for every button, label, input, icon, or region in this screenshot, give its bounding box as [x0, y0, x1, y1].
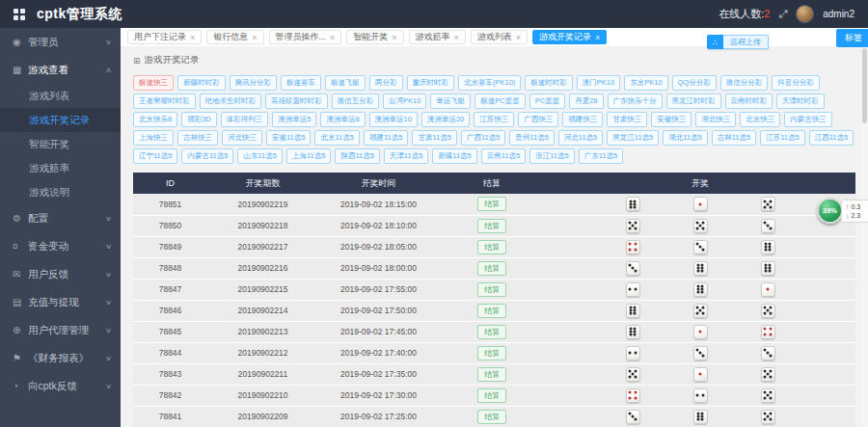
tab[interactable]: 智能开奖×	[346, 30, 403, 44]
game-filter-button[interactable]: 澳洲幸运10	[369, 112, 418, 127]
sidebar-subitem[interactable]: 智能开奖	[0, 132, 121, 156]
sidebar-item[interactable]: ▤充值与提现∨	[0, 288, 121, 316]
tab-close-icon[interactable]: ×	[252, 33, 257, 42]
game-filter-button[interactable]: 澳门PK10	[577, 75, 620, 91]
apps-grid-icon[interactable]	[14, 9, 25, 20]
tab-close-icon[interactable]: ×	[392, 33, 396, 42]
game-filter-button[interactable]: 北京11选5	[314, 130, 359, 146]
game-filter-button[interactable]: 台湾PK10	[383, 93, 426, 109]
sidebar-item[interactable]: ⚙配置∨	[0, 204, 121, 232]
game-filter-button[interactable]: 福建11选5	[364, 130, 408, 146]
sidebar-subitem[interactable]: 游戏列表	[0, 84, 121, 108]
game-filter-button[interactable]: 河北11选5	[558, 130, 603, 146]
settle-button[interactable]: 结算	[477, 240, 506, 254]
sidebar-subitem[interactable]: 游戏说明	[0, 180, 121, 204]
game-filter-button[interactable]: 澳洲幸运8	[320, 112, 365, 127]
game-filter-button[interactable]: 极速PC蛋蛋	[475, 93, 525, 109]
tab[interactable]: 用户下注记录×	[127, 30, 202, 44]
game-filter-button[interactable]: 极速时时彩	[525, 75, 573, 91]
game-filter-button[interactable]: 新疆时时彩	[177, 75, 226, 91]
game-filter-button[interactable]: 河北快三	[222, 130, 262, 146]
game-filter-button[interactable]: 内蒙古快三	[784, 112, 832, 127]
tab-close-icon[interactable]: ×	[595, 33, 600, 42]
tag-actions-button[interactable]: 标签	[836, 29, 868, 47]
game-filter-button[interactable]: 微信五分彩	[332, 93, 380, 109]
monitor-widget[interactable]: 39% ↑0.3 ↓2.3	[817, 198, 868, 224]
game-filter-button[interactable]: 重庆时时彩	[407, 75, 455, 91]
monitor-percent-ball[interactable]: 39%	[817, 198, 843, 224]
tab[interactable]: 管理员操作...×	[269, 30, 342, 44]
game-filter-button[interactable]: 腾讯分分彩	[230, 75, 278, 91]
tab[interactable]: 游戏开奖记录×	[532, 30, 607, 44]
game-filter-button[interactable]: 广西11选5	[461, 130, 505, 146]
game-filter-button[interactable]: 英雄联盟时时彩	[265, 93, 328, 109]
game-filter-button[interactable]: 极速赛车	[281, 75, 321, 91]
game-filter-button[interactable]: 北京快三	[740, 112, 780, 127]
sidebar-item[interactable]: ⊕用户代理管理∨	[0, 316, 121, 344]
game-filter-button[interactable]: 丹麦28	[569, 93, 603, 109]
game-filter-button[interactable]: 广东11选5	[579, 148, 623, 164]
game-filter-button[interactable]: 极速快三	[133, 75, 174, 91]
game-filter-button[interactable]: 安徽11选5	[266, 130, 311, 146]
settle-button[interactable]: 结算	[477, 304, 506, 318]
game-filter-button[interactable]: 幸运飞艇	[430, 93, 471, 109]
avatar[interactable]	[796, 5, 814, 23]
game-filter-button[interactable]: 安徽快三	[651, 112, 692, 127]
game-filter-button[interactable]: 山东11选5	[237, 148, 282, 164]
settle-button[interactable]: 结算	[477, 325, 506, 339]
game-filter-button[interactable]: 抖音分分彩	[772, 75, 820, 91]
game-filter-button[interactable]: 天津时时彩	[776, 93, 825, 109]
game-filter-button[interactable]: 甘肃快三	[607, 112, 647, 127]
game-filter-button[interactable]: 绝地求生时时彩	[200, 93, 262, 109]
tab-close-icon[interactable]: ×	[190, 33, 195, 42]
tab[interactable]: 游戏赔率×	[409, 30, 466, 44]
game-filter-button[interactable]: 云南时时彩	[725, 93, 773, 109]
game-filter-button[interactable]: 福建快三	[562, 112, 603, 127]
settle-button[interactable]: 结算	[477, 282, 506, 297]
game-filter-button[interactable]: 甘肃11选5	[412, 130, 456, 146]
game-filter-button[interactable]: 广东快乐十分	[608, 93, 663, 109]
game-filter-button[interactable]: 新疆11选5	[432, 148, 476, 164]
tab-close-icon[interactable]: ×	[516, 33, 521, 42]
settle-button[interactable]: 结算	[477, 367, 506, 382]
settle-button[interactable]: 结算	[477, 197, 506, 211]
game-filter-button[interactable]: 内蒙古11选5	[181, 148, 233, 164]
game-filter-button[interactable]: 两分彩	[369, 75, 403, 91]
sidebar-item[interactable]: ⚑《财务报表》∨	[0, 344, 121, 372]
game-filter-button[interactable]: 极速飞艇	[325, 75, 366, 91]
sidebar-subitem[interactable]: 游戏赔率	[0, 156, 121, 180]
settle-button[interactable]: 结算	[477, 388, 506, 403]
remote-upload-button[interactable]: ∴ 远程上传	[707, 35, 769, 49]
fullscreen-icon[interactable]: ⤢	[778, 8, 787, 20]
tab-close-icon[interactable]: ×	[330, 33, 335, 42]
settle-button[interactable]: 结算	[477, 261, 506, 276]
sidebar-item[interactable]: ✉用户反馈∨	[0, 260, 121, 288]
game-filter-button[interactable]: 体彩排列三	[221, 112, 269, 127]
sidebar-item[interactable]: ◔向cptk反馈∨	[0, 372, 121, 400]
game-filter-button[interactable]: 北京赛车(PK10)	[458, 75, 521, 91]
game-filter-button[interactable]: 黑龙江时时彩	[666, 93, 721, 109]
game-filter-button[interactable]: 天津11选5	[384, 148, 428, 164]
game-filter-button[interactable]: 贵州11选5	[509, 130, 554, 146]
game-filter-button[interactable]: 上海快三	[133, 130, 174, 146]
game-filter-button[interactable]: 湖北11选5	[663, 130, 707, 146]
game-filter-button[interactable]: 湖北快三	[695, 112, 736, 127]
username[interactable]: admin2	[823, 9, 854, 19]
scrollbar-thumb[interactable]	[862, 48, 867, 123]
game-filter-button[interactable]: 吉林11选5	[712, 130, 756, 146]
settle-button[interactable]: 结算	[477, 346, 506, 360]
sidebar-item[interactable]: ▦游戏查看∧	[0, 56, 121, 84]
game-filter-button[interactable]: 广西快三	[518, 112, 558, 127]
game-filter-button[interactable]: QQ分分彩	[672, 75, 717, 91]
game-filter-button[interactable]: 上海11选5	[286, 148, 331, 164]
tab-close-icon[interactable]: ×	[454, 33, 459, 42]
sidebar-subitem[interactable]: 游戏开奖记录	[0, 108, 121, 132]
game-filter-button[interactable]: 微信分分彩	[720, 75, 769, 91]
game-filter-button[interactable]: 云南11选5	[481, 148, 526, 164]
game-filter-button[interactable]: 澳洲幸运20	[421, 112, 470, 127]
settle-button[interactable]: 结算	[477, 410, 506, 424]
game-filter-button[interactable]: 澳洲幸运5	[272, 112, 316, 127]
sidebar-item[interactable]: ◉管理员∨	[0, 28, 121, 56]
tab[interactable]: 游戏列表×	[471, 30, 528, 44]
game-filter-button[interactable]: 江苏11选5	[760, 130, 804, 146]
